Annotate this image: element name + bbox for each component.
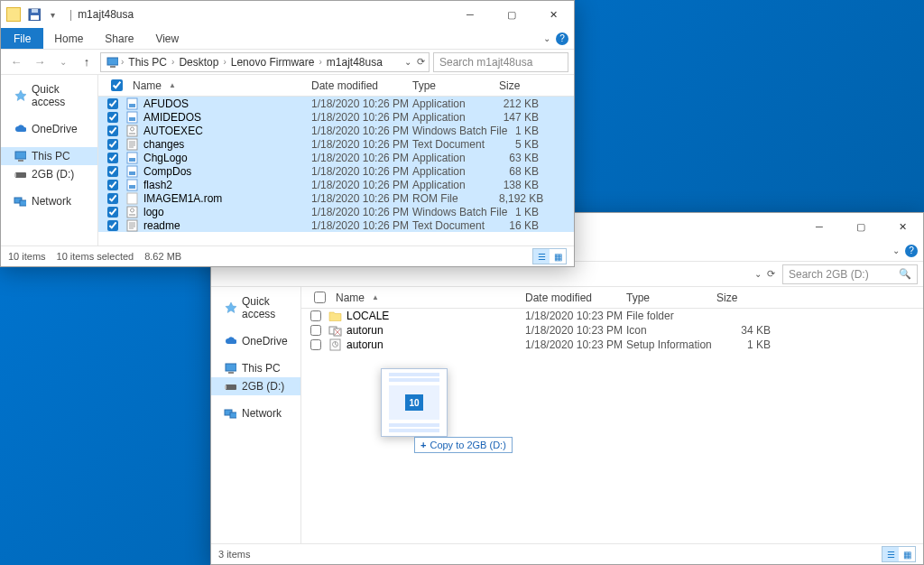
column-size[interactable]: Size xyxy=(709,292,778,304)
thumbnails-view-button[interactable]: ▦ xyxy=(550,249,566,264)
folder-icon xyxy=(6,7,21,22)
row-checkbox[interactable] xyxy=(107,112,118,123)
file-row[interactable]: AUTOEXEC1/18/2020 10:26 PMWindows Batch … xyxy=(98,124,574,137)
help-icon[interactable]: ? xyxy=(556,32,568,45)
maximize-button[interactable]: ▢ xyxy=(491,1,532,28)
breadcrumb[interactable]: › This PC› Desktop› Lenovo Firmware› m1a… xyxy=(100,52,430,72)
crumb-lenovo-firmware[interactable]: Lenovo Firmware xyxy=(228,56,318,69)
file-row[interactable]: readme1/18/2020 10:26 PMText Document16 … xyxy=(98,218,574,232)
column-type[interactable]: Type xyxy=(619,292,709,304)
view-toggle[interactable]: ☰ ▦ xyxy=(532,248,567,264)
recent-locations-button[interactable]: ⌄ xyxy=(53,52,73,72)
row-checkbox[interactable] xyxy=(310,310,321,321)
select-all-checkbox[interactable] xyxy=(314,292,326,303)
details-view-button[interactable]: ☰ xyxy=(882,547,899,561)
nav-onedrive[interactable]: OneDrive xyxy=(211,332,300,350)
nav-quick-access[interactable]: Quick access xyxy=(1,80,97,111)
file-row[interactable]: AMIDEDOS1/18/2020 10:26 PMApplication147… xyxy=(98,110,574,124)
tab-share[interactable]: Share xyxy=(94,28,144,49)
column-name[interactable]: Name▲ xyxy=(125,79,304,92)
navigation-pane[interactable]: Quick access OneDrive This PC 2GB (D:) N… xyxy=(1,75,98,245)
nav-network[interactable]: Network xyxy=(1,192,97,210)
row-checkbox[interactable] xyxy=(107,125,118,136)
crumb-m1ajt48usa[interactable]: m1ajt48usa xyxy=(324,56,385,69)
file-row[interactable]: autorun1/18/2020 10:23 PMIcon34 KB xyxy=(301,323,923,338)
titlebar[interactable]: ▾ | m1ajt48usa ─ ▢ ✕ xyxy=(1,1,574,28)
column-name[interactable]: Name▲ xyxy=(328,292,518,304)
file-row[interactable]: autorun1/18/2020 10:23 PMSetup Informati… xyxy=(301,338,923,352)
file-list-area[interactable]: Name▲ Date modified Type Size AFUDOS1/18… xyxy=(98,75,574,245)
qat-save-icon[interactable] xyxy=(28,8,41,21)
file-row[interactable]: ChgLogo1/18/2020 10:26 PMApplication63 K… xyxy=(98,151,574,164)
nav-quick-access[interactable]: Quick access xyxy=(211,292,300,323)
ribbon-chevron-icon[interactable]: ⌄ xyxy=(543,33,550,43)
close-button[interactable]: ✕ xyxy=(882,213,923,240)
minimize-button[interactable]: ─ xyxy=(799,213,840,240)
tab-home[interactable]: Home xyxy=(43,28,94,49)
crumb-this-pc[interactable]: This PC xyxy=(125,56,170,69)
help-icon[interactable]: ? xyxy=(905,245,918,257)
nav-this-pc[interactable]: This PC xyxy=(211,359,300,377)
file-type: Icon xyxy=(619,324,709,337)
qat-dropdown-icon[interactable]: ▾ xyxy=(46,8,59,21)
file-row[interactable]: CompDos1/18/2020 10:26 PMApplication68 K… xyxy=(98,164,574,178)
nav-onedrive[interactable]: OneDrive xyxy=(1,120,97,138)
column-type[interactable]: Type xyxy=(405,79,492,92)
search-input[interactable]: Search 2GB (D:)🔍 xyxy=(782,264,918,284)
up-button[interactable]: ↑ xyxy=(77,52,97,72)
file-row[interactable]: flash21/18/2020 10:26 PMApplication138 K… xyxy=(98,178,574,191)
ribbon-chevron-icon[interactable]: ⌄ xyxy=(892,245,900,255)
status-item-count: 10 items xyxy=(8,251,46,262)
file-size: 147 KB xyxy=(492,111,546,124)
pc-icon xyxy=(14,150,26,162)
file-row[interactable]: LOCALE1/18/2020 10:23 PMFile folder xyxy=(301,309,923,323)
file-row[interactable]: IMAGEM1A.rom1/18/2020 10:26 PMROM File8,… xyxy=(98,191,574,205)
row-checkbox[interactable] xyxy=(107,220,118,231)
pc-icon xyxy=(224,362,236,375)
status-item-count: 3 items xyxy=(218,549,250,560)
navigation-pane[interactable]: Quick access OneDrive This PC 2GB (D:) N… xyxy=(211,287,301,543)
maximize-button[interactable]: ▢ xyxy=(840,213,882,240)
row-checkbox[interactable] xyxy=(107,207,118,218)
file-row[interactable]: changes1/18/2020 10:26 PMText Document5 … xyxy=(98,137,574,151)
row-checkbox[interactable] xyxy=(107,139,118,150)
column-headers[interactable]: Name▲ Date modified Type Size xyxy=(301,287,923,309)
column-date[interactable]: Date modified xyxy=(518,292,619,304)
column-size[interactable]: Size xyxy=(492,79,546,92)
column-date[interactable]: Date modified xyxy=(304,79,405,92)
file-name: readme xyxy=(143,219,180,232)
row-checkbox[interactable] xyxy=(107,193,118,204)
select-all-checkbox[interactable] xyxy=(111,79,123,91)
file-row[interactable]: AFUDOS1/18/2020 10:26 PMApplication212 K… xyxy=(98,97,574,110)
file-date: 1/18/2020 10:23 PM xyxy=(518,310,619,322)
minimize-button[interactable]: ─ xyxy=(449,1,491,28)
thumbnails-view-button[interactable]: ▦ xyxy=(899,547,915,561)
tab-file[interactable]: File xyxy=(1,28,43,49)
tab-view[interactable]: View xyxy=(144,28,189,49)
close-button[interactable]: ✕ xyxy=(532,1,574,28)
refresh-icon[interactable]: ⟳ xyxy=(417,56,425,68)
search-input[interactable]: Search m1ajt48usa xyxy=(433,52,568,72)
row-checkbox[interactable] xyxy=(310,339,321,350)
file-row[interactable]: logo1/18/2020 10:26 PMWindows Batch File… xyxy=(98,205,574,218)
back-button[interactable]: ← xyxy=(6,52,26,72)
nav-drive-d[interactable]: 2GB (D:) xyxy=(211,377,300,395)
crumb-desktop[interactable]: Desktop xyxy=(176,56,221,69)
row-checkbox[interactable] xyxy=(107,98,118,109)
nav-network[interactable]: Network xyxy=(211,404,300,422)
breadcrumb-dropdown-icon[interactable]: ⌄ xyxy=(754,269,762,279)
row-checkbox[interactable] xyxy=(107,180,118,190)
nav-drive-d[interactable]: 2GB (D:) xyxy=(1,165,97,183)
refresh-icon[interactable]: ⟳ xyxy=(767,268,775,280)
row-checkbox[interactable] xyxy=(107,153,118,163)
breadcrumb-dropdown-icon[interactable]: ⌄ xyxy=(404,57,411,67)
file-date: 1/18/2020 10:26 PM xyxy=(304,97,405,110)
forward-button[interactable]: → xyxy=(30,52,50,72)
row-checkbox[interactable] xyxy=(107,166,118,177)
column-headers[interactable]: Name▲ Date modified Type Size xyxy=(98,75,574,97)
nav-this-pc[interactable]: This PC xyxy=(1,147,97,165)
row-checkbox[interactable] xyxy=(310,325,321,336)
view-toggle[interactable]: ☰ ▦ xyxy=(882,546,916,562)
file-explorer-window-1[interactable]: ▾ | m1ajt48usa ─ ▢ ✕ File Home Share Vie… xyxy=(0,0,575,267)
details-view-button[interactable]: ☰ xyxy=(533,249,550,264)
